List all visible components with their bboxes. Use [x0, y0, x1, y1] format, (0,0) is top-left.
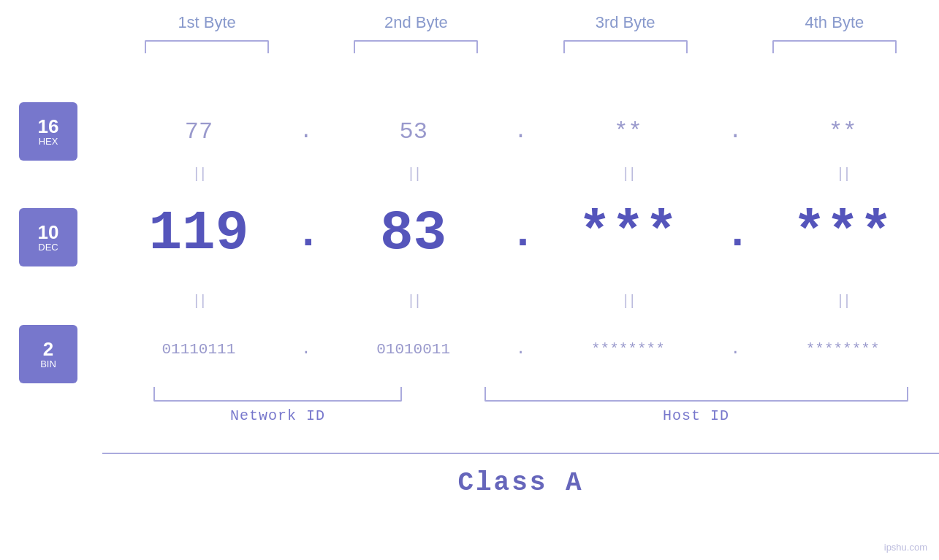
bin-dot-2: . [510, 340, 532, 358]
equals-row-1: || || || || [102, 159, 939, 188]
dec-dot-2: . [510, 199, 532, 269]
bin-badge: 2 BIN [19, 325, 77, 383]
bin-byte2-cell: 01010011 [317, 341, 510, 358]
dec-byte3-value: *** [578, 202, 678, 265]
hex-byte1-cell: 77 [102, 118, 295, 145]
dec-dot-3: . [724, 199, 746, 269]
dec-badge: 10 DEC [19, 208, 77, 266]
host-id-label-container: Host ID [453, 407, 939, 424]
hex-byte2-cell: 53 [317, 118, 510, 145]
bin-badge-number: 2 [43, 340, 53, 358]
eq1-cell3: || [532, 166, 725, 183]
eq2-cell3: || [532, 293, 725, 310]
hex-dot-3: . [724, 119, 746, 144]
equals-row-2: || || || || [102, 286, 939, 315]
dec-byte4-cell: *** [746, 202, 939, 265]
dec-badge-label: DEC [38, 242, 58, 253]
dec-byte1-cell: 119 [102, 202, 295, 265]
byte-headers-row: 1st Byte 2nd Byte 3rd Byte 4th Byte [102, 13, 939, 32]
bin-dot-1: . [295, 340, 317, 358]
class-bar: Class A [102, 453, 939, 511]
hex-row: 77 . 53 . ** . ** [102, 108, 939, 155]
hex-byte2-value: 53 [399, 118, 427, 145]
network-bracket [153, 387, 402, 402]
bracket-cell-1 [102, 40, 311, 53]
eq2-cell4: || [746, 293, 939, 310]
top-bracket-2 [354, 40, 478, 53]
bin-dot-3: . [724, 340, 746, 358]
dec-byte3-cell: *** [532, 202, 725, 265]
hex-byte1-value: 77 [185, 118, 213, 145]
eq1-cell4: || [746, 166, 939, 183]
bracket-cell-4 [730, 40, 939, 53]
bracket-cell-3 [521, 40, 730, 53]
class-label: Class A [457, 468, 583, 498]
byte3-header: 3rd Byte [521, 13, 730, 32]
top-bracket-4 [772, 40, 897, 53]
network-bracket-container [102, 387, 453, 402]
host-id-label: Host ID [663, 407, 729, 424]
hex-badge: 16 HEX [19, 102, 77, 161]
dec-badge-number: 10 [38, 223, 59, 242]
bin-row: 01110111 . 01010011 . ******** . *******… [102, 320, 939, 378]
bin-byte1-value: 01110111 [161, 341, 235, 358]
dec-byte2-value: 83 [380, 202, 446, 265]
host-bracket-container [453, 387, 939, 402]
bin-byte4-cell: ******** [746, 341, 939, 358]
hex-byte4-value: ** [829, 118, 856, 145]
eq2-cell2: || [317, 293, 510, 310]
bin-byte3-cell: ******** [532, 341, 725, 358]
bracket-cell-2 [311, 40, 520, 53]
dec-byte1-value: 119 [148, 202, 248, 265]
host-bracket [484, 387, 908, 402]
hex-byte4-cell: ** [746, 118, 939, 145]
dec-byte2-cell: 83 [317, 202, 510, 265]
eq2-cell1: || [102, 293, 295, 310]
byte1-header: 1st Byte [102, 13, 311, 32]
page: 1st Byte 2nd Byte 3rd Byte 4th Byte 16 H… [0, 0, 939, 560]
byte2-header: 2nd Byte [311, 13, 520, 32]
eq1-cell1: || [102, 166, 295, 183]
bin-byte3-value: ******** [591, 341, 665, 358]
hex-dot-1: . [295, 119, 317, 144]
dec-dot-1: . [295, 199, 317, 269]
top-bracket-3 [563, 40, 688, 53]
top-brackets [102, 40, 939, 53]
watermark: ipshu.com [884, 542, 927, 553]
hex-byte3-cell: ** [532, 118, 725, 145]
hex-dot-2: . [510, 119, 532, 144]
bin-byte2-value: 01010011 [376, 341, 450, 358]
bin-byte4-value: ******** [806, 341, 880, 358]
top-bracket-1 [145, 40, 269, 53]
dec-row: 119 . 83 . *** . *** [102, 186, 939, 281]
hex-byte3-value: ** [614, 118, 642, 145]
dec-byte4-value: *** [793, 202, 893, 265]
hex-badge-number: 16 [38, 117, 59, 136]
bin-badge-label: BIN [40, 358, 56, 369]
eq1-cell2: || [317, 166, 510, 183]
hex-badge-label: HEX [39, 136, 58, 147]
network-id-label: Network ID [230, 407, 325, 424]
network-id-label-container: Network ID [102, 407, 453, 424]
byte4-header: 4th Byte [730, 13, 939, 32]
bin-byte1-cell: 01110111 [102, 341, 295, 358]
